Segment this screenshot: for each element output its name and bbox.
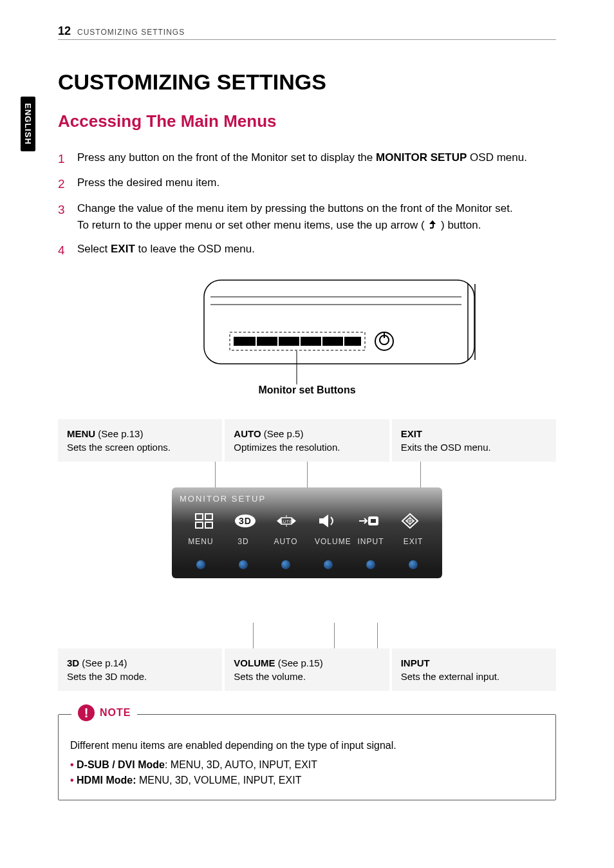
info-3d: 3D (See p.14) Sets the 3D mode. [58,648,222,691]
osd-dot-icon [324,560,333,569]
info-exit: EXIT Exits the OSD menu. [392,419,556,462]
osd-panel: MONITOR SETUP 3D AUTO MENU 3D AUTO VOLUM… [172,487,442,578]
section-title: Accessing The Main Menus [58,111,556,131]
running-header: 12 CUSTOMIZING SETTINGS [58,24,556,40]
svg-marker-28 [323,514,328,527]
info-row-bottom: 3D (See p.14) Sets the 3D mode. VOLUME (… [58,648,556,691]
svg-rect-7 [256,337,257,346]
note-bullet: D-SUB / DVI Mode: MENU, 3D, AUTO, INPUT,… [70,757,544,773]
connector-line [334,623,335,648]
content-area: CUSTOMIZING SETTINGS Accessing The Main … [58,70,556,800]
note-label: NOTE [100,705,131,721]
svg-rect-9 [299,337,301,346]
menu-icon [191,510,218,532]
note-box: ! NOTE Different menu items are enabled … [58,714,556,800]
volume-icon [314,510,341,532]
step-text: Press the desired menu item. [77,175,556,193]
svg-rect-17 [196,522,203,528]
step-number: 3 [58,200,68,234]
info-row-top: MENU (See p.13) Sets the screen options.… [58,419,556,462]
svg-text:AUTO: AUTO [280,520,293,524]
exit-icon [396,510,423,532]
svg-rect-10 [321,337,322,346]
steps-list: 1 Press any button on the front of the M… [58,149,556,259]
step-text: Press any button on the front of the Mon… [77,149,556,168]
svg-rect-15 [196,514,203,520]
note-exclamation-icon: ! [78,704,95,721]
step-number: 1 [58,149,68,168]
svg-rect-16 [205,514,212,520]
monitor-figure: Monitor set Buttons [127,278,487,393]
up-arrow-icon [427,220,438,230]
svg-rect-8 [277,337,279,346]
step-2: 2 Press the desired menu item. [58,175,556,193]
osd-label: MENU [187,537,214,546]
figure-caption: Monitor set Buttons [253,384,360,396]
info-auto: AUTO (See p.5) Optimizes the resolution. [225,419,389,462]
osd-dot-icon [409,560,418,569]
svg-rect-27 [319,518,323,524]
osd-icon-row: 3D AUTO [180,510,434,532]
step-number: 4 [58,241,68,259]
step-text: Select EXIT to leave the OSD menu. [77,241,556,259]
three-d-icon: 3D [232,510,259,532]
svg-rect-0 [204,280,474,364]
running-head-title: CUSTOMIZING SETTINGS [77,28,185,37]
osd-label: 3D [230,537,257,546]
osd-dot-icon [281,560,290,569]
step-text: Change the value of the menu item by pre… [77,200,556,234]
info-volume: VOLUME (See p.15) Sets the volume. [225,648,389,691]
language-tab: ENGLISH [21,97,35,151]
osd-dot-row [180,560,434,569]
osd-dot-icon [196,560,205,569]
page-title: CUSTOMIZING SETTINGS [58,70,556,95]
connector-line [377,623,378,648]
svg-rect-30 [371,519,376,523]
monitor-outline-icon [127,278,487,393]
svg-rect-6 [234,337,361,346]
auto-icon: AUTO [273,510,300,532]
page-number: 12 [58,24,71,38]
connector-line [253,623,254,648]
svg-text:3D: 3D [239,516,252,526]
note-header: ! NOTE [71,704,137,721]
note-bullets: D-SUB / DVI Mode: MENU, 3D, AUTO, INPUT,… [70,757,544,788]
osd-dot-icon [239,560,248,569]
info-input: INPUT Sets the external input. [392,648,556,691]
svg-rect-18 [205,522,212,528]
osd-label: AUTO [272,537,299,546]
svg-rect-11 [343,337,344,346]
step-3: 3 Change the value of the menu item by p… [58,200,556,234]
osd-label: EXIT [400,537,427,546]
note-bullet: HDMI Mode: MENU, 3D, VOLUME, INPUT, EXIT [70,773,544,788]
osd-title: MONITOR SETUP [180,494,434,504]
step-4: 4 Select EXIT to leave the OSD menu. [58,241,556,259]
note-intro: Different menu items are enabled dependi… [70,738,544,753]
info-menu: MENU (See p.13) Sets the screen options. [58,419,222,462]
osd-label-row: MENU 3D AUTO VOLUME INPUT EXIT [180,537,434,546]
osd-dot-icon [366,560,375,569]
osd-label: INPUT [357,537,384,546]
osd-wrap: MONITOR SETUP 3D AUTO MENU 3D AUTO VOLUM… [172,487,442,623]
step-1: 1 Press any button on the front of the M… [58,149,556,168]
step-number: 2 [58,175,68,193]
osd-label: VOLUME [315,537,342,546]
input-icon [355,510,382,532]
